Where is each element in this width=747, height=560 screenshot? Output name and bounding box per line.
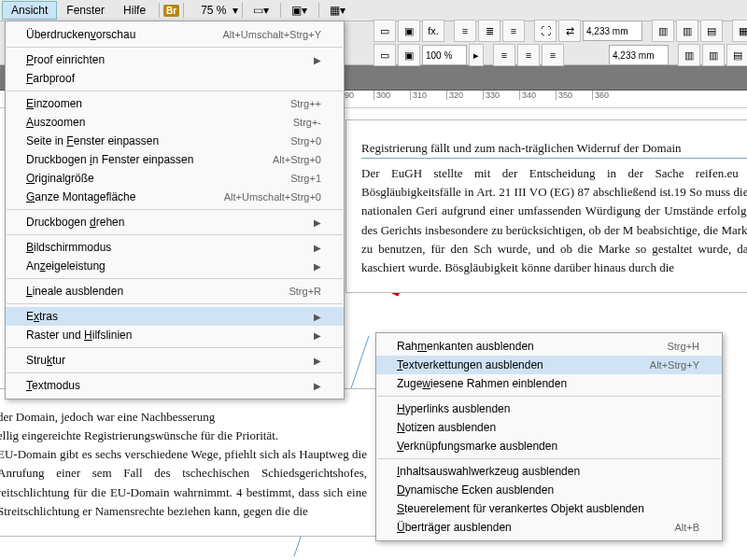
- separator: [7, 91, 343, 91]
- measure-field-1[interactable]: 4,233 mm: [583, 21, 642, 41]
- menu-hilfe[interactable]: Hilfe: [114, 1, 155, 20]
- submenu-arrow-icon: ▶: [286, 55, 321, 65]
- zoom-display[interactable]: 75 %: [195, 2, 232, 19]
- arrange-icon[interactable]: ▦▾: [329, 3, 347, 18]
- menu-item[interactable]: Lineale ausblendenStrg+R: [6, 282, 344, 301]
- dropdown-icon[interactable]: ▾: [233, 4, 238, 17]
- menu-item[interactable]: Struktur▶: [6, 351, 344, 370]
- menu-item[interactable]: OriginalgrößeStrg+1: [6, 169, 344, 188]
- fx-icon[interactable]: fx.: [422, 20, 444, 42]
- separator: [7, 278, 343, 279]
- menu-item[interactable]: Proof einrichten▶: [6, 50, 344, 69]
- menu-item[interactable]: Anzeigeleistung▶: [6, 257, 344, 275]
- screen-mode-icon[interactable]: ▣▾: [290, 3, 309, 18]
- menu-item[interactable]: Textmodus▶: [6, 376, 344, 395]
- menu-item[interactable]: Bildschirmmodus▶: [6, 238, 344, 257]
- arrow-icon[interactable]: ▸: [469, 44, 484, 66]
- menu-item[interactable]: Ganze MontageflächeAlt+Umschalt+Strg+0: [6, 188, 344, 206]
- frame3-icon[interactable]: ▭: [374, 44, 396, 66]
- frame-icon[interactable]: ▭: [374, 20, 396, 42]
- menu-item[interactable]: Druckbogen drehen▶: [6, 213, 344, 231]
- menu-item[interactable]: ÜberdruckenvorschauAlt+Umschalt+Strg+Y: [6, 25, 344, 44]
- menu-item[interactable]: AuszoomenStrg+-: [6, 113, 344, 132]
- cols6-icon[interactable]: ▤: [726, 44, 747, 66]
- view-menu-dropdown: ÜberdruckenvorschauAlt+Umschalt+Strg+YPr…: [5, 21, 345, 399]
- menu-item[interactable]: Steuerelement für verankertes Objekt aus…: [376, 499, 722, 518]
- separator: [318, 3, 319, 18]
- separator: [7, 347, 343, 348]
- menu-fenster[interactable]: Fenster: [57, 1, 114, 20]
- submenu-arrow-icon: ▶: [286, 381, 321, 391]
- align2-icon[interactable]: ≣: [478, 20, 500, 42]
- extras-submenu: Rahmenkanten ausblendenStrg+HTextverkett…: [375, 332, 723, 541]
- cols4-icon[interactable]: ▥: [678, 44, 700, 66]
- cols3-icon[interactable]: ▤: [700, 20, 723, 42]
- valign2-icon[interactable]: ≡: [517, 44, 540, 66]
- valign3-icon[interactable]: ≡: [542, 44, 564, 66]
- cols2-icon[interactable]: ▥: [676, 20, 698, 42]
- align1-icon[interactable]: ≡: [454, 20, 476, 42]
- valign1-icon[interactable]: ≡: [493, 44, 515, 66]
- view-options-icon[interactable]: ▭▾: [252, 3, 271, 18]
- menu-item[interactable]: Textverkettungen ausblendenAlt+Strg+Y: [376, 356, 722, 374]
- submenu-arrow-icon: ▶: [286, 217, 321, 228]
- menu-item[interactable]: Farbproof: [6, 69, 344, 88]
- submenu-arrow-icon: ▶: [286, 243, 321, 253]
- frame2-icon[interactable]: ▣: [398, 20, 420, 42]
- body-text: Der EuGH stellte mit der Entscheidung in…: [361, 164, 747, 277]
- menubar: Ansicht Fenster Hilfe Br 75 % ▾ ▭▾ ▣▾ ▦▾: [0, 0, 747, 21]
- percent-field[interactable]: 100 %: [422, 45, 467, 65]
- crop-icon[interactable]: ⛶: [534, 20, 557, 42]
- bridge-badge[interactable]: Br: [163, 5, 179, 17]
- separator: [377, 396, 721, 397]
- menu-item[interactable]: Hyperlinks ausblenden: [376, 399, 722, 418]
- menu-item[interactable]: Überträger ausblendenAlt+B: [376, 518, 722, 537]
- menu-item[interactable]: Verknüpfungsmarke ausblenden: [376, 437, 722, 455]
- menu-item[interactable]: Zugewiesene Rahmen einblenden: [376, 374, 722, 393]
- link-icon[interactable]: ⇄: [558, 20, 581, 42]
- body-text: der Domain, jedoch war eine Nachbesserun…: [0, 408, 367, 521]
- separator: [7, 372, 343, 373]
- submenu-arrow-icon: ▶: [286, 261, 321, 272]
- separator: [7, 47, 343, 48]
- separator: [183, 3, 184, 18]
- menu-item[interactable]: Notizen ausblenden: [376, 418, 722, 437]
- separator: [242, 3, 243, 18]
- menu-item[interactable]: Inhaltsauswahlwerkzeug ausblenden: [376, 462, 722, 481]
- separator: [7, 209, 343, 210]
- menu-item[interactable]: Rahmenkanten ausblendenStrg+H: [376, 337, 722, 356]
- separator: [280, 3, 281, 18]
- separator: [377, 458, 721, 459]
- menu-item[interactable]: Seite in Fenster einpassenStrg+0: [6, 132, 344, 150]
- menu-item[interactable]: EinzoomenStrg++: [6, 94, 344, 113]
- menu-item[interactable]: Druckbogen in Fenster einpassenAlt+Strg+…: [6, 150, 344, 169]
- submenu-arrow-icon: ▶: [286, 330, 321, 341]
- body-text: Registrierung fällt und zum nach-träglic…: [361, 139, 747, 159]
- submenu-arrow-icon: ▶: [286, 356, 321, 366]
- separator: [7, 234, 343, 235]
- measure-field-2[interactable]: 4,233 mm: [609, 45, 669, 65]
- submenu-arrow-icon: ▶: [286, 312, 321, 322]
- text-frame-left[interactable]: der Domain, jedoch war eine Nachbesserun…: [0, 388, 383, 537]
- menu-item[interactable]: Raster und Hilfslinien▶: [6, 326, 344, 344]
- separator: [7, 303, 343, 304]
- opts1-icon[interactable]: ▦: [732, 20, 747, 42]
- align3-icon[interactable]: ≡: [502, 20, 525, 42]
- text-frame-right[interactable]: Registrierung fällt und zum nach-träglic…: [345, 119, 747, 293]
- frame4-icon[interactable]: ▣: [398, 44, 420, 66]
- menu-item[interactable]: Extras▶: [6, 307, 344, 326]
- cols5-icon[interactable]: ▥: [702, 44, 725, 66]
- menu-item[interactable]: Dynamische Ecken ausblenden: [376, 481, 722, 499]
- separator: [159, 3, 160, 18]
- menu-ansicht[interactable]: Ansicht: [2, 1, 57, 20]
- cols1-icon[interactable]: ▥: [652, 20, 674, 42]
